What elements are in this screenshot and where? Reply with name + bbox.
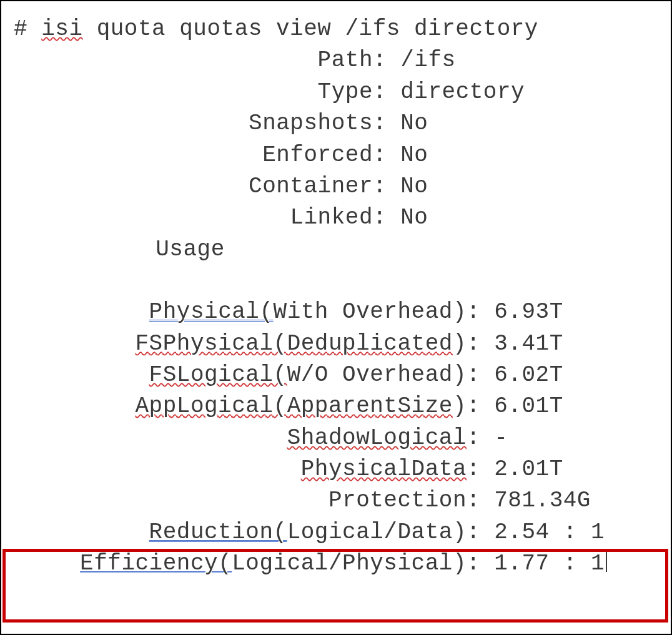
meta-value: No: [400, 171, 428, 202]
text-cursor: [606, 551, 607, 572]
usage-value: 6.93T: [494, 297, 563, 328]
styled-fragment: Efficiency(: [80, 551, 232, 576]
plain-fragment: ): [453, 393, 467, 419]
command-rest: quota quotas view /ifs directory: [83, 16, 538, 42]
terminal-output: # isi quota quotas view /ifs directory P…: [0, 0, 672, 635]
styled-fragment: Physical(: [149, 299, 274, 325]
styled-fragment: FSPhysical(Deduplicated: [136, 331, 453, 357]
colon: :: [467, 362, 494, 388]
meta-label: Enforced: [7, 140, 373, 171]
colon: :: [373, 205, 400, 230]
usage-label: PhysicalData: [7, 454, 467, 485]
colon: :: [373, 174, 400, 199]
colon: :: [467, 488, 494, 513]
meta-label: Type: [7, 77, 373, 108]
plain-fragment: Logical/Data): [287, 519, 467, 545]
usage-row: PhysicalData: 2.01T: [7, 454, 665, 485]
meta-value: No: [400, 202, 428, 234]
usage-row: Efficiency(Logical/Physical): 1.77 : 1: [7, 548, 665, 579]
meta-value: directory: [400, 77, 525, 108]
usage-label: FSPhysical(Deduplicated): [7, 328, 467, 360]
usage-label: Reduction(Logical/Data): [7, 517, 467, 548]
usage-value: 6.01T: [494, 391, 563, 422]
styled-fragment: PhysicalData: [301, 456, 467, 482]
colon: :: [467, 425, 494, 451]
usage-row: Protection: 781.34G: [7, 485, 665, 516]
usage-row: FSPhysical(Deduplicated): 3.41T: [7, 328, 665, 360]
usage-row: Reduction(Logical/Data): 2.54 : 1: [7, 517, 665, 548]
colon: :: [467, 393, 494, 419]
usage-row: AppLogical(ApparentSize): 6.01T: [7, 391, 665, 422]
meta-value: No: [400, 140, 428, 171]
plain-fragment: With Overhead): [274, 299, 467, 325]
usage-value: -: [494, 423, 508, 454]
usage-label: FSLogical(W/O Overhead): [7, 360, 467, 391]
usage-label: Physical(With Overhead): [7, 297, 467, 328]
highlighted-block: Reduction(Logical/Data): 2.54 : 1Efficie…: [7, 517, 665, 580]
usage-value: 6.02T: [494, 360, 563, 391]
usage-label: Protection: [7, 485, 467, 516]
prompt-symbol: #: [14, 16, 41, 42]
usage-value: 2.01T: [494, 454, 563, 485]
usage-label: AppLogical(ApparentSize): [7, 391, 467, 422]
usage-value: 781.34G: [494, 485, 591, 516]
meta-row: Type: directory: [7, 77, 665, 108]
usage-label: ShadowLogical: [7, 423, 467, 454]
meta-label: Linked: [7, 202, 373, 234]
meta-label: Path: [7, 45, 373, 76]
usage-label: Efficiency(Logical/Physical): [7, 548, 467, 579]
usage-value: 2.54 : 1: [494, 517, 605, 548]
command-line: # isi quota quotas view /ifs directory: [14, 14, 665, 45]
meta-row: Path: /ifs: [7, 45, 665, 76]
meta-value: No: [400, 108, 428, 139]
usage-heading: Usage: [7, 234, 373, 265]
meta-row: Container: No: [7, 171, 665, 202]
colon: :: [373, 111, 400, 136]
plain-fragment: Logical/Physical): [232, 551, 467, 576]
usage-block: Physical(With Overhead): 6.93TFSPhysical…: [7, 297, 665, 517]
meta-row: Enforced: No: [7, 140, 665, 171]
colon: :: [373, 79, 400, 105]
meta-block: Path: /ifsType: directorySnapshots: NoEn…: [7, 45, 665, 234]
usage-row: FSLogical(W/O Overhead): 6.02T: [7, 360, 665, 391]
colon: :: [467, 331, 494, 357]
meta-label: Snapshots: [7, 108, 373, 139]
meta-value: /ifs: [400, 45, 455, 76]
styled-fragment: Reduction(: [149, 519, 287, 545]
meta-row: Linked: No: [7, 202, 665, 234]
styled-fragment: AppLogical(ApparentSize: [136, 393, 453, 419]
plain-fragment: ): [453, 331, 467, 357]
meta-label: Container: [7, 171, 373, 202]
colon: :: [373, 47, 400, 73]
styled-fragment: FSLogical(: [149, 362, 287, 388]
usage-value: 3.41T: [494, 328, 563, 360]
command-isi: isi: [41, 16, 82, 42]
colon: :: [373, 142, 400, 168]
colon: :: [467, 456, 494, 482]
usage-row: ShadowLogical: -: [7, 423, 665, 454]
colon: :: [467, 551, 494, 576]
styled-fragment: ShadowLogical: [287, 425, 467, 451]
colon: :: [467, 519, 494, 545]
colon: :: [467, 299, 494, 325]
meta-row: Snapshots: No: [7, 108, 665, 139]
plain-fragment: Protection: [329, 488, 467, 513]
plain-fragment: W/O Overhead): [287, 362, 467, 388]
usage-row: Physical(With Overhead): 6.93T: [7, 297, 665, 328]
usage-value: 1.77 : 1: [494, 548, 605, 579]
